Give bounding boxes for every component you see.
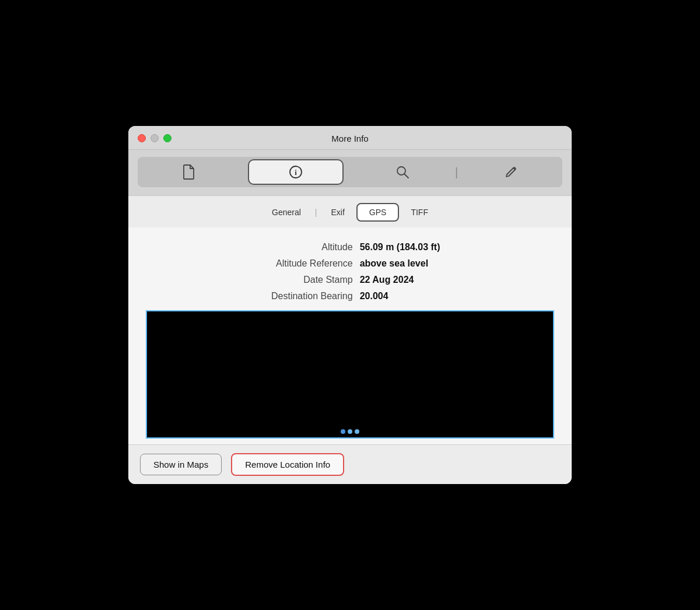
scroll-dot-1 [341,429,345,434]
row-label: Date Stamp [146,272,360,288]
info-tab-button[interactable]: i [248,159,344,185]
content-area: Altitude 56.09 m (184.03 ft) Altitude Re… [128,227,572,444]
close-button[interactable] [138,134,146,142]
table-row: Date Stamp 22 Aug 2024 [146,272,554,288]
table-row: Altitude Reference above sea level [146,255,554,272]
row-value: 56.09 m (184.03 ft) [360,239,554,255]
edit-tab-button[interactable] [464,160,558,184]
maximize-button[interactable] [163,134,172,142]
row-value: above sea level [360,255,554,272]
svg-line-3 [404,174,408,178]
show-in-maps-button[interactable]: Show in Maps [140,454,222,475]
search-tab-button[interactable] [355,160,449,184]
scroll-dot-3 [355,429,359,434]
bottom-bar: Show in Maps Remove Location Info [128,444,572,484]
row-label: Altitude Reference [146,255,360,272]
gps-info-table: Altitude 56.09 m (184.03 ft) Altitude Re… [146,239,554,304]
tab-tiff[interactable]: TIFF [399,204,440,220]
toolbar-segment-group: i | [138,157,562,187]
row-label: Altitude [146,239,360,255]
row-value: 22 Aug 2024 [360,272,554,288]
scroll-dot-2 [348,429,352,434]
tab-general[interactable]: General [260,204,313,220]
file-tab-button[interactable] [142,160,236,184]
tab-gps[interactable]: GPS [356,203,400,222]
table-row: Altitude 56.09 m (184.03 ft) [146,239,554,255]
window-title: More Info [331,134,368,143]
tab-exif[interactable]: Exif [319,204,356,220]
main-window: More Info i | [128,126,572,484]
row-label: Destination Bearing [146,288,360,304]
remove-location-info-button[interactable]: Remove Location Info [231,453,344,476]
toolbar: i | [128,150,572,196]
title-bar: More Info [128,126,572,150]
table-row: Destination Bearing 20.004 [146,288,554,304]
map-scroll-indicator [341,429,359,434]
minimize-button[interactable] [150,134,159,142]
traffic-lights [138,134,172,142]
row-value: 20.004 [360,288,554,304]
svg-text:i: i [295,168,297,177]
subtab-sep-1: | [313,208,320,217]
subtab-bar: General | Exif GPS TIFF [128,196,572,227]
toolbar-separator: | [455,166,458,179]
map-area [146,310,554,439]
